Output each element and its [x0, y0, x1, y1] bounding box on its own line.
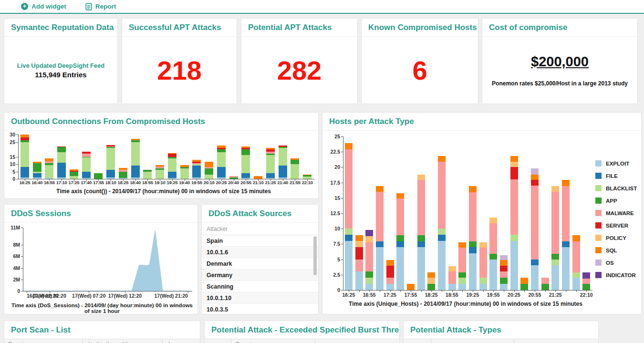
- bar-segment-blacklist[interactable]: [458, 278, 466, 284]
- stacked-bar[interactable]: [531, 168, 539, 290]
- bar-segment-light-blue[interactable]: [217, 177, 226, 179]
- attacker-row[interactable]: 10.0.1.10: [202, 292, 318, 304]
- bar-segment-green[interactable]: [241, 149, 250, 155]
- stacked-bar[interactable]: [386, 260, 394, 290]
- attacker-row[interactable]: Germany: [202, 270, 318, 281]
- bar-segment-blacklist[interactable]: [551, 260, 559, 266]
- bar-segment-blacklist[interactable]: [510, 235, 518, 241]
- bar-segment-light-blue[interactable]: [279, 177, 287, 179]
- bar-segment-os[interactable]: [531, 168, 539, 175]
- bar-segment-policy[interactable]: [355, 241, 363, 247]
- bar-segment-malware[interactable]: [541, 278, 549, 284]
- stacked-bar[interactable]: [180, 165, 189, 179]
- bar-segment-app[interactable]: [489, 254, 497, 260]
- column-header[interactable]: Count: [4, 339, 83, 343]
- bar-segment-light-green[interactable]: [168, 158, 177, 172]
- bar-segment-exploit[interactable]: [355, 271, 363, 290]
- attacker-row[interactable]: 10.0.3.5: [202, 304, 318, 314]
- bar-segment-light-blue[interactable]: [45, 178, 53, 179]
- column-header[interactable]: [514, 339, 598, 343]
- bar-segment-blacklist[interactable]: [479, 278, 487, 284]
- stacked-bar[interactable]: [33, 162, 42, 179]
- bar-segment-light-blue[interactable]: [82, 178, 91, 179]
- bar-segment-malware[interactable]: [562, 186, 570, 241]
- legend-item-os[interactable]: OS: [595, 260, 637, 266]
- bar-segment-malware[interactable]: [510, 179, 518, 235]
- stacked-bar[interactable]: [469, 186, 477, 290]
- bar-segment-file[interactable]: [531, 260, 539, 266]
- legend-item-file[interactable]: FILE: [595, 173, 637, 179]
- bar-segment-file[interactable]: [417, 241, 425, 247]
- bar-segment-malware[interactable]: [396, 198, 404, 235]
- bar-segment-sql[interactable]: [427, 272, 435, 278]
- bar-segment-file[interactable]: [396, 241, 404, 247]
- stacked-bar[interactable]: [266, 148, 275, 179]
- bar-segment-blue[interactable]: [57, 163, 66, 177]
- bar-segment-malware[interactable]: [500, 271, 508, 278]
- stacked-bar[interactable]: [396, 193, 404, 290]
- stacked-bar[interactable]: [291, 158, 299, 179]
- bar-segment-exploit[interactable]: [531, 265, 539, 290]
- stacked-bar[interactable]: [45, 158, 53, 179]
- bar-segment-light-green[interactable]: [279, 148, 287, 166]
- bar-segment-light-blue[interactable]: [266, 178, 275, 179]
- bar-segment-light-blue[interactable]: [241, 178, 250, 179]
- bar-segment-blue[interactable]: [168, 172, 177, 178]
- stacked-bar[interactable]: [520, 278, 528, 290]
- bar-segment-app[interactable]: [417, 235, 425, 241]
- ddos-area-shape[interactable]: [23, 228, 191, 291]
- bar-segment-light-green[interactable]: [45, 165, 53, 178]
- bar-segment-blue[interactable]: [82, 172, 91, 178]
- bar-segment-app[interactable]: [427, 284, 435, 290]
- attacker-row[interactable]: 10.0.1.6: [202, 247, 318, 258]
- stacked-bar[interactable]: [106, 145, 115, 179]
- bar-segment-file[interactable]: [345, 235, 353, 241]
- legend-item-app[interactable]: APP: [595, 197, 637, 204]
- bar-segment-green[interactable]: [33, 163, 42, 171]
- bar-segment-sql[interactable]: [500, 260, 508, 266]
- bar-segment-light-green[interactable]: [82, 157, 91, 171]
- legend-item-malware[interactable]: MALWARE: [595, 210, 637, 216]
- bar-segment-sql[interactable]: [396, 193, 404, 199]
- stacked-bar[interactable]: [131, 139, 140, 179]
- legend-item-server[interactable]: SERVER: [595, 222, 637, 229]
- bar-segment-light-green[interactable]: [21, 142, 29, 167]
- bar-segment-exploit[interactable]: [500, 284, 508, 290]
- bar-segment-file[interactable]: [469, 247, 477, 253]
- bar-segment-indicator[interactable]: [365, 230, 373, 236]
- stacked-bar[interactable]: [229, 176, 238, 179]
- column-header[interactable]: destination address: [83, 339, 163, 343]
- bar-segment-light-green[interactable]: [106, 148, 115, 170]
- bar-segment-light-green[interactable]: [291, 164, 299, 179]
- bar-segment-blue[interactable]: [279, 166, 287, 177]
- bar-segment-light-blue[interactable]: [106, 177, 115, 179]
- stacked-bar[interactable]: [156, 165, 164, 179]
- bar-segment-blacklist[interactable]: [365, 278, 373, 284]
- stacked-bar[interactable]: [500, 255, 508, 290]
- bar-segment-light-green[interactable]: [156, 170, 164, 179]
- bar-segment-exploit[interactable]: [386, 284, 394, 290]
- stacked-bar[interactable]: [458, 242, 466, 290]
- bar-segment-exploit[interactable]: [489, 260, 497, 290]
- bar-segment-blue[interactable]: [241, 173, 250, 178]
- column-header[interactable]: [431, 339, 514, 343]
- stacked-bar[interactable]: [57, 146, 66, 179]
- bar-segment-green[interactable]: [94, 173, 103, 179]
- bar-segment-orange[interactable]: [205, 162, 213, 167]
- bar-segment-malware[interactable]: [469, 192, 477, 241]
- bar-segment-green[interactable]: [70, 172, 78, 176]
- bar-segment-server[interactable]: [531, 180, 539, 186]
- bar-segment-sql[interactable]: [520, 278, 528, 284]
- bar-segment-blacklist[interactable]: [438, 229, 446, 235]
- stacked-bar[interactable]: [217, 146, 226, 179]
- stacked-bar[interactable]: [427, 272, 435, 290]
- bar-segment-exploit[interactable]: [562, 247, 570, 290]
- bar-segment-server[interactable]: [386, 266, 394, 278]
- bar-segment-malware[interactable]: [489, 223, 497, 254]
- stacked-bar[interactable]: [572, 235, 580, 290]
- stacked-bar[interactable]: [241, 146, 250, 179]
- column-header[interactable]: Count: [231, 339, 315, 343]
- stacked-bar[interactable]: [489, 218, 497, 290]
- legend-item-policy[interactable]: POLICY: [595, 235, 637, 241]
- bar-segment-malware[interactable]: [448, 271, 456, 284]
